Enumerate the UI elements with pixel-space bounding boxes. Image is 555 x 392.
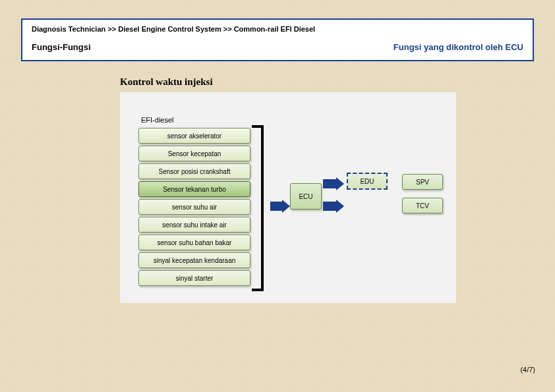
header-left-title: Fungsi-Fungsi bbox=[32, 42, 91, 52]
arrow-icon bbox=[323, 200, 344, 212]
header-box: Diagnosis Technician >> Diesel Engine Co… bbox=[21, 18, 534, 61]
page-number: (4/7) bbox=[520, 366, 535, 374]
sensor-box: Sensor kecepatan bbox=[138, 146, 250, 161]
header-row: Fungsi-Fungsi Fungsi yang dikontrol oleh… bbox=[32, 42, 523, 52]
breadcrumb: Diagnosis Technician >> Diesel Engine Co… bbox=[32, 25, 523, 33]
sensor-box-highlight: Sensor tekanan turbo bbox=[138, 181, 250, 197]
sensor-box: sensor akselerator bbox=[138, 128, 250, 144]
spv-box: SPV bbox=[402, 174, 443, 190]
efi-diesel-label: EFI-diesel bbox=[141, 116, 174, 124]
tcv-box: TCV bbox=[402, 198, 443, 213]
bracket-icon bbox=[261, 125, 264, 290]
edu-box: EDU bbox=[347, 173, 388, 190]
sensor-box: sinyal kecepatan kendaraan bbox=[138, 252, 250, 268]
diagram-area: EFI-diesel sensor akselerator Sensor kec… bbox=[120, 92, 456, 303]
arrow-icon bbox=[323, 178, 344, 190]
sensor-stack: sensor akselerator Sensor kecepatan Sens… bbox=[138, 128, 250, 288]
sensor-box: sinyal starter bbox=[138, 270, 250, 286]
arrow-icon bbox=[270, 200, 290, 212]
bracket-icon bbox=[252, 287, 264, 291]
sensor-box: sensor suhu air bbox=[138, 199, 250, 215]
sensor-box: sensor suhu bahan bakar bbox=[138, 235, 250, 250]
header-right-title: Fungsi yang dikontrol oleh ECU bbox=[394, 42, 523, 52]
section-title: Kontrol waktu injeksi bbox=[120, 76, 213, 88]
ecu-box: ECU bbox=[290, 183, 322, 210]
sensor-box: Sensor posisi crankshaft bbox=[138, 163, 250, 179]
sensor-box: sensor suhu intake air bbox=[138, 217, 250, 233]
